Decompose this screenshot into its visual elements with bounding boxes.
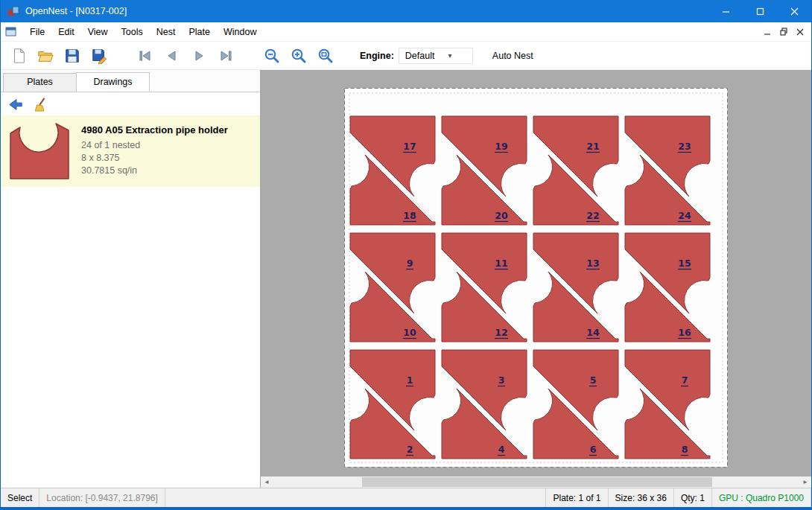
go-first-button[interactable]: [133, 45, 157, 67]
sidebar: Plates Drawings: [1, 70, 261, 488]
minimize-icon: [722, 7, 730, 16]
close-button[interactable]: [777, 0, 811, 22]
plate-wrap: 171819202122232491011121314151612345678: [344, 88, 728, 470]
engine-select[interactable]: Default ▾: [399, 48, 473, 64]
menu-item-file[interactable]: File: [23, 24, 51, 40]
engine-label: Engine:: [360, 51, 394, 61]
drawing-item-nested: 24 of 1 nested: [81, 139, 228, 152]
part-number: 1: [407, 374, 413, 386]
save-icon: [64, 48, 80, 64]
engine-selected-value: Default: [405, 51, 435, 61]
tab-drawings[interactable]: Drawings: [76, 72, 150, 92]
scrollbar-thumb[interactable]: [362, 477, 712, 487]
part-number: 3: [498, 374, 505, 386]
drawing-item-title: 4980 A05 Extraction pipe holder: [81, 124, 228, 136]
part-shape-icon: [8, 121, 71, 181]
go-last-button[interactable]: [214, 45, 238, 67]
go-previous-button[interactable]: [160, 45, 184, 67]
auto-nest-button[interactable]: Auto Nest: [492, 51, 533, 61]
zoom-out-button[interactable]: [260, 45, 284, 67]
zoom-in-icon: [291, 48, 307, 64]
window-title: OpenNest - [N0317-002]: [25, 6, 708, 16]
part-number: 17: [403, 141, 416, 152]
mdi-restore-button[interactable]: [775, 24, 792, 40]
scroll-right-button[interactable]: ►: [799, 476, 811, 488]
part-number: 22: [586, 210, 599, 221]
new-button[interactable]: [7, 45, 31, 67]
part-number: 6: [590, 444, 597, 455]
part-number: 16: [678, 327, 691, 338]
drawing-list-item[interactable]: 4980 A05 Extraction pipe holder 24 of 1 …: [1, 115, 260, 187]
send-to-plate-button[interactable]: [5, 95, 26, 114]
broom-icon: [34, 97, 48, 112]
menu-item-tools[interactable]: Tools: [115, 24, 150, 40]
status-size: Size: 36 x 36: [609, 488, 674, 507]
go-next-button[interactable]: [187, 45, 211, 67]
go-previous-icon: [165, 48, 180, 63]
open-button[interactable]: [34, 45, 57, 67]
open-folder-icon: [37, 48, 54, 64]
new-file-icon: [10, 48, 27, 64]
part-number: 2: [407, 444, 413, 455]
mdi-restore-icon: [780, 28, 788, 36]
menu-item-plate[interactable]: Plate: [182, 24, 217, 40]
nesting-canvas[interactable]: 171819202122232491011121314151612345678 …: [261, 70, 811, 488]
zoom-in-button[interactable]: [287, 45, 311, 67]
zoom-out-icon: [264, 48, 280, 64]
save-button[interactable]: [60, 45, 84, 67]
drawing-item-area: 30.7815 sq/in: [81, 165, 228, 177]
chevron-down-icon: ▾: [448, 51, 451, 60]
app-icon: [7, 5, 19, 17]
menu-item-window[interactable]: Window: [217, 24, 263, 40]
toolbar: Engine: Default ▾ Auto Nest: [1, 42, 811, 70]
zoom-fit-button[interactable]: [314, 45, 337, 67]
part-number: 5: [590, 374, 597, 386]
close-icon: [790, 7, 799, 16]
horizontal-scrollbar[interactable]: ◄ ►: [261, 476, 811, 488]
part-number: 11: [495, 258, 507, 269]
menu-item-nest[interactable]: Nest: [150, 24, 183, 40]
part-number: 10: [403, 327, 416, 338]
go-next-icon: [191, 48, 206, 63]
drawing-item-size: 8 x 8.375: [81, 152, 228, 165]
save-edit-button[interactable]: [87, 45, 111, 67]
part-number: 18: [403, 210, 416, 221]
main-content: Plates Drawings: [1, 70, 811, 488]
part-number: 7: [682, 374, 688, 386]
blue-arrow-left-icon: [8, 97, 23, 112]
part-number: 8: [682, 444, 688, 455]
maximize-icon: [756, 7, 764, 16]
part-number: 19: [495, 141, 507, 152]
status-plate: Plate: 1 of 1: [546, 488, 608, 507]
part-number: 21: [586, 141, 599, 152]
go-last-icon: [218, 48, 233, 63]
statusbar: Select Location: [-0.9437, 21.8796] Plat…: [1, 488, 811, 507]
maximize-button[interactable]: [743, 0, 777, 22]
part-number: 15: [678, 258, 691, 269]
part-number: 23: [678, 141, 691, 152]
scrollbar-track[interactable]: [273, 476, 799, 488]
part-number: 14: [586, 327, 600, 338]
zoom-fit-icon: [317, 48, 334, 64]
scroll-left-button[interactable]: ◄: [261, 476, 273, 488]
drawing-item-text: 4980 A05 Extraction pipe holder 24 of 1 …: [81, 121, 228, 181]
mdi-close-button[interactable]: [792, 24, 808, 40]
status-spacer: [165, 488, 547, 507]
menu-item-edit[interactable]: Edit: [51, 24, 81, 40]
status-gpu: GPU : Quadro P1000: [712, 488, 811, 507]
sidebar-tabstrip: Plates Drawings: [1, 70, 260, 92]
plate[interactable]: 171819202122232491011121314151612345678: [344, 88, 728, 468]
go-first-icon: [138, 48, 153, 63]
mdi-minimize-button[interactable]: [759, 24, 775, 40]
tab-plates[interactable]: Plates: [3, 73, 77, 92]
part-number: 20: [495, 210, 508, 221]
status-mode: Select: [1, 488, 39, 507]
minimize-button[interactable]: [708, 0, 743, 22]
part-number: 24: [678, 210, 691, 221]
mdi-minimize-icon: [764, 28, 771, 36]
menu-item-view[interactable]: View: [81, 24, 115, 40]
clear-button[interactable]: [31, 95, 51, 114]
document-window-icon: [5, 27, 17, 37]
save-edit-icon: [91, 48, 107, 64]
titlebar: OpenNest - [N0317-002]: [1, 0, 811, 22]
